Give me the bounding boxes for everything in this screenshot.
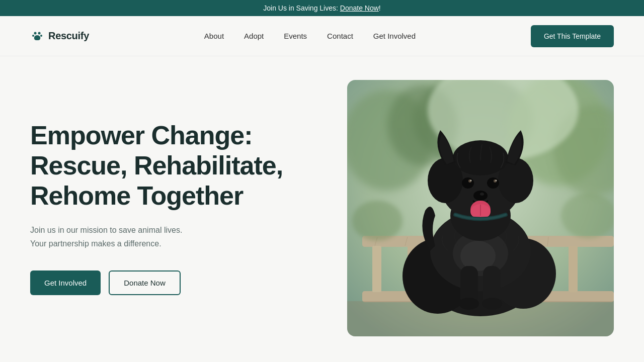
hero-buttons: Get Involved Donate Now	[30, 270, 287, 295]
nav-link-get-involved[interactable]: Get Involved	[373, 32, 416, 40]
hero-subtitle-line2: Your partnership makes a difference.	[30, 239, 162, 248]
nav-item-about[interactable]: About	[204, 32, 224, 41]
nav-link-about[interactable]: About	[204, 32, 224, 40]
svg-point-45	[473, 191, 488, 201]
nav-item-adopt[interactable]: Adopt	[244, 32, 264, 41]
svg-point-54	[352, 201, 403, 241]
banner-text-suffix: !	[379, 4, 381, 12]
hero-title: Empower Change: Rescue, Rehabilitate, Re…	[30, 121, 287, 211]
svg-point-3	[40, 35, 42, 37]
svg-point-39	[462, 177, 474, 189]
get-template-button[interactable]: Get This Template	[531, 25, 614, 47]
svg-point-40	[487, 177, 499, 189]
hero-image-container	[327, 56, 614, 359]
svg-point-2	[32, 35, 34, 37]
get-involved-button[interactable]: Get Involved	[30, 270, 101, 295]
svg-point-53	[482, 298, 502, 310]
svg-rect-21	[372, 246, 381, 292]
nav-item-get-involved[interactable]: Get Involved	[373, 32, 416, 41]
svg-point-46	[480, 193, 484, 196]
svg-point-0	[34, 32, 37, 34]
hero-dog-image	[347, 80, 614, 336]
hero-content: Empower Change: Rescue, Rehabilitate, Re…	[30, 121, 307, 295]
logo-text: Rescuify	[48, 30, 89, 42]
hero-subtitle-line1: Join us in our mission to save animal li…	[30, 226, 182, 234]
nav-links: About Adopt Events Contact Get Involved	[204, 32, 416, 41]
nav-item-events[interactable]: Events	[284, 32, 307, 41]
nav-link-adopt[interactable]: Adopt	[244, 32, 264, 40]
nav-item-contact[interactable]: Contact	[327, 32, 353, 41]
hero-image-wrapper	[347, 80, 614, 336]
nav-link-contact[interactable]: Contact	[327, 32, 353, 40]
svg-rect-26	[569, 246, 578, 292]
svg-point-55	[561, 193, 614, 238]
logo-icon	[30, 29, 44, 43]
svg-point-52	[459, 298, 479, 310]
navbar: Rescuify About Adopt Events Contact Get …	[0, 16, 644, 56]
donate-now-button[interactable]: Donate Now	[109, 270, 181, 295]
svg-point-1	[38, 32, 41, 34]
logo[interactable]: Rescuify	[30, 29, 89, 43]
nav-link-events[interactable]: Events	[284, 32, 307, 40]
banner-donate-link[interactable]: Donate Now	[340, 4, 379, 12]
hero-subtitle: Join us in our mission to save animal li…	[30, 223, 287, 250]
svg-point-44	[496, 179, 497, 181]
top-banner: Join Us in Saving Lives: Donate Now!	[0, 0, 644, 16]
banner-text-prefix: Join Us in Saving Lives:	[263, 4, 340, 12]
svg-point-43	[470, 179, 472, 181]
hero-section: Empower Change: Rescue, Rehabilitate, Re…	[0, 56, 644, 359]
